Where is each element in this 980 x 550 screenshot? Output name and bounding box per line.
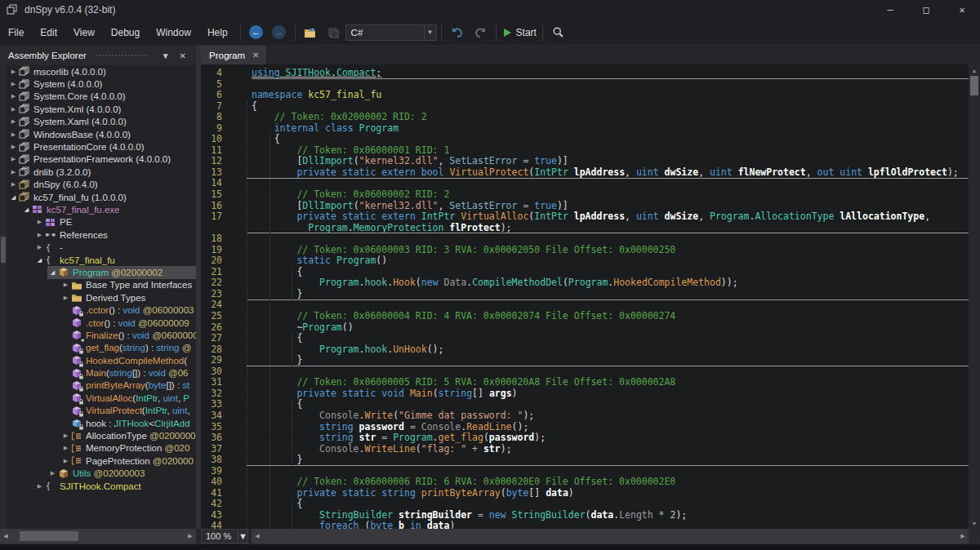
tree-item-mscorlib[interactable]: ▶mscorlib (4.0.0.0)	[0, 65, 196, 78]
zoom-combobox[interactable]: 100 % ▼	[201, 529, 248, 543]
tree-item-virtualprotect[interactable]: VirtualProtect(IntPtr, uint,	[0, 405, 196, 417]
expander-icon[interactable]: ▶	[47, 470, 58, 477]
close-button[interactable]: ✕	[944, 0, 980, 20]
tree-item-system[interactable]: ▶System (4.0.0.0)	[0, 78, 196, 90]
code-horizontal-scrollbar[interactable]: ◀ ▶	[252, 529, 969, 543]
expander-icon[interactable]: ▶	[60, 432, 71, 439]
language-combobox[interactable]: C# ▼	[345, 24, 437, 41]
menu-window[interactable]: Window	[148, 20, 199, 46]
tree-item-cctor[interactable]: .cctor() : void @06000003	[0, 304, 196, 316]
scroll-right-icon[interactable]: ▶	[185, 533, 196, 539]
undo-button[interactable]	[448, 23, 467, 42]
tree-item-dnspy[interactable]: ▶dnSpy (6.0.4.0)	[0, 179, 196, 191]
expander-icon[interactable]: ◢	[47, 269, 58, 276]
chevron-down-icon[interactable]: ▼	[424, 25, 436, 40]
tree-item-kc57-final-fu-exe[interactable]: ◢kc57_final_fu.exe	[0, 203, 196, 215]
tree-item-virtualalloc[interactable]: VirtualAlloc(IntPtr, uint, P	[0, 392, 196, 404]
expander-icon[interactable]: ▶	[34, 232, 45, 238]
tree-item-sjithook-compact[interactable]: ▶{ }SJITHook.Compact	[0, 480, 196, 492]
tree-horizontal-scrollbar[interactable]: ◀ ▶	[0, 529, 196, 543]
expander-icon[interactable]: ◢	[21, 206, 32, 213]
tree-item-main[interactable]: Main(string[]) : void @06	[0, 366, 196, 379]
tree-item-references[interactable]: ▶References	[0, 228, 196, 241]
menu-debug[interactable]: Debug	[103, 20, 148, 46]
start-debugging-button[interactable]: Start	[502, 23, 537, 42]
tree-item-allocationtype[interactable]: ▶AllocationType @0200000	[0, 429, 196, 441]
save-module-button[interactable]	[324, 23, 344, 42]
tree-item-system-xaml[interactable]: ▶System.Xaml (4.0.0.0)	[0, 116, 196, 128]
code-editor[interactable]: 4using SJITHook.Compact;56namespace kc57…	[201, 64, 969, 529]
expander-icon[interactable]: ▶	[60, 295, 71, 301]
panel-menu-chevron-icon[interactable]: ▼	[157, 51, 175, 60]
expander-icon[interactable]: ▶	[60, 282, 71, 288]
tab-close-icon[interactable]: ✕	[252, 51, 259, 60]
expander-icon[interactable]: ▶	[8, 169, 19, 175]
scroll-up-icon[interactable]: ▲	[969, 64, 980, 76]
expander-icon[interactable]: ▶	[60, 458, 71, 464]
maximize-button[interactable]: □	[908, 0, 944, 20]
scrollbar-thumb[interactable]	[1, 237, 6, 263]
expander-icon[interactable]: ◢	[34, 257, 45, 264]
tree-item-dnlib[interactable]: ▶dnlib (3.2.0.0)	[0, 166, 196, 178]
tree-item-program[interactable]: ◢Program @02000002	[0, 266, 196, 278]
menu-help[interactable]: Help	[199, 20, 236, 46]
minimize-button[interactable]: –	[872, 0, 908, 20]
expander-icon[interactable]: ▶	[8, 156, 19, 162]
tree-item-hook[interactable]: hook : JITHook<ClrjitAdd	[0, 417, 196, 429]
expander-icon[interactable]: ▶	[8, 118, 19, 125]
menu-file[interactable]: File	[0, 20, 32, 46]
expander-icon[interactable]: ▶	[8, 181, 19, 188]
scroll-left-icon[interactable]: ◀	[0, 533, 11, 539]
tree-item-printbytearray[interactable]: printByteArray(byte[]) : st	[0, 379, 196, 392]
search-button[interactable]	[549, 23, 568, 42]
tree-item-pe[interactable]: ▶PE	[0, 216, 196, 228]
chevron-down-icon[interactable]: ▼	[238, 531, 247, 541]
tree-item-presentationframework[interactable]: ▶PresentationFramework (4.0.0.0)	[0, 153, 196, 166]
open-file-button[interactable]	[301, 23, 321, 42]
tree-item-label: VirtualAlloc(IntPtr, uint, P	[86, 393, 189, 403]
assembly-tree[interactable]: ▶mscorlib (4.0.0.0)▶System (4.0.0.0)▶Sys…	[0, 65, 196, 529]
tree-item-windowsbase[interactable]: ▶WindowsBase (4.0.0.0)	[0, 128, 196, 140]
expander-icon[interactable]: ▶	[8, 106, 19, 113]
tree-vertical-scrollbar[interactable]	[0, 65, 7, 529]
redo-button[interactable]	[470, 23, 490, 42]
tree-item-ctor[interactable]: .ctor() : void @06000009	[0, 317, 196, 329]
scroll-down-icon[interactable]: ▼	[969, 517, 980, 529]
scroll-right-icon[interactable]: ▶	[957, 533, 969, 539]
tree-item-system-core[interactable]: ▶System.Core (4.0.0.0)	[0, 91, 196, 103]
tree-item-utils[interactable]: ▶Utils @02000003	[0, 468, 196, 480]
tree-item-kc57-final-fu[interactable]: ◢kc57_final_fu (1.0.0.0)	[0, 191, 196, 203]
tree-item-memoryprotection[interactable]: ▶MemoryProtection @020	[0, 442, 196, 455]
expander-icon[interactable]: ▶	[34, 483, 45, 490]
expander-icon[interactable]: ▶	[8, 93, 19, 100]
expander-icon[interactable]: ▶	[8, 81, 19, 87]
panel-close-icon[interactable]: ✕	[175, 51, 191, 60]
tree-item-get-flag[interactable]: get_flag(string) : string @	[0, 342, 196, 354]
navigate-back-button[interactable]: ←	[247, 23, 266, 42]
tree-item-namespace-kc57-final-fu[interactable]: ◢{ }kc57_final_fu	[0, 254, 196, 266]
tab-program[interactable]: Program ✕	[201, 46, 266, 64]
scrollbar-thumb[interactable]	[20, 531, 78, 541]
tree-item-hookedcompilemethod[interactable]: HookedCompileMethod(	[0, 354, 196, 366]
expander-icon[interactable]: ▶	[60, 445, 71, 451]
tree-item-namespace-dash[interactable]: ▶{ }-	[0, 241, 196, 253]
scrollbar-thumb[interactable]	[970, 76, 978, 95]
expander-icon[interactable]: ▶	[34, 244, 45, 251]
expander-icon[interactable]: ◢	[8, 194, 19, 201]
tree-item-derived-types[interactable]: ▶Derived Types	[0, 291, 196, 304]
code-vertical-scrollbar[interactable]: ▲ ▼	[969, 64, 980, 529]
expander-icon[interactable]: ▶	[8, 144, 19, 150]
expander-icon[interactable]: ▶	[34, 219, 45, 225]
navigate-forward-button[interactable]: →	[270, 23, 289, 42]
expander-icon[interactable]: ▶	[8, 69, 19, 75]
expander-icon[interactable]: ▶	[8, 131, 19, 138]
menu-edit[interactable]: Edit	[32, 20, 65, 46]
tree-item-presentationcore[interactable]: ▶PresentationCore (4.0.0.0)	[0, 140, 196, 153]
scroll-left-icon[interactable]: ◀	[252, 533, 263, 539]
tree-item-base-type-and-interfaces[interactable]: ▶Base Type and Interfaces	[0, 279, 196, 291]
menu-view[interactable]: View	[65, 20, 103, 46]
tree-item-system-xml[interactable]: ▶System.Xml (4.0.0.0)	[0, 103, 196, 115]
tree-item-finalize[interactable]: ★Finalize() : void @0600000	[0, 329, 196, 341]
assembly-explorer-header[interactable]: Assembly Explorer ▼ ✕	[0, 46, 196, 65]
tree-item-pageprotection[interactable]: ▶PageProtection @020000	[0, 455, 196, 467]
